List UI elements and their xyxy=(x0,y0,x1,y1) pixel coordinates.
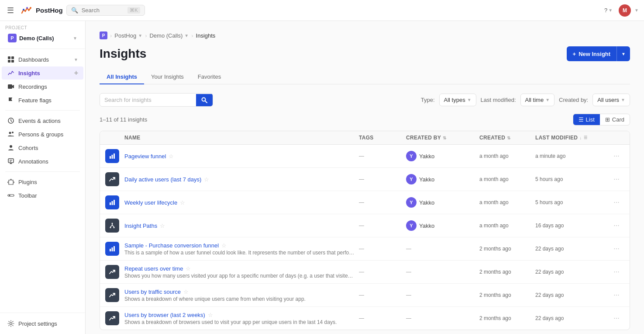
table-row[interactable]: Daily active users (last 7 days) ☆ — YYa… xyxy=(100,168,630,191)
row-created-by-cell: YYakko xyxy=(406,220,476,231)
tab-your-insights[interactable]: Your Insights xyxy=(144,70,191,84)
row-avatar: Y xyxy=(406,197,417,208)
row-more-button[interactable]: ··· xyxy=(609,314,624,322)
page-header: Insights + New Insight ▼ xyxy=(100,46,630,61)
row-star-icon[interactable]: ☆ xyxy=(208,312,213,318)
table-header-tags[interactable]: TAGS xyxy=(359,135,403,141)
row-more-button[interactable]: ··· xyxy=(609,152,624,160)
insights-search-button[interactable] xyxy=(196,94,213,106)
insights-add-icon[interactable]: + xyxy=(74,69,78,77)
table-header-last-modified[interactable]: LAST MODIFIED ↓ ☰ xyxy=(535,135,605,141)
new-insight-button[interactable]: + New Insight ▼ xyxy=(567,46,630,61)
svg-rect-19 xyxy=(110,156,111,159)
sidebar-item-plugins-label: Plugins xyxy=(18,179,78,185)
row-name-link[interactable]: Weekly user lifecycle xyxy=(124,199,177,206)
sidebar-item-toolbar[interactable]: Toolbar xyxy=(2,189,83,202)
sidebar-item-dashboards[interactable]: Dashboards ▼ xyxy=(2,53,83,66)
table-header-name[interactable]: NAME xyxy=(124,135,355,141)
table-header-last-modified-label: LAST MODIFIED xyxy=(535,135,578,141)
row-star-icon[interactable]: ☆ xyxy=(160,223,165,229)
row-more-button[interactable]: ··· xyxy=(609,175,624,183)
tab-favorites[interactable]: Favorites xyxy=(191,70,228,84)
row-name-col: Insight Paths ☆ xyxy=(124,223,355,229)
global-search[interactable]: 🔍 Search ⌘K xyxy=(66,5,145,16)
row-star-icon[interactable]: ☆ xyxy=(169,153,174,160)
sidebar-item-insights-label: Insights xyxy=(18,70,71,77)
type-filter-select[interactable]: All types ▼ xyxy=(439,94,476,106)
created-by-filter-value: All users xyxy=(597,97,619,103)
row-type-icon xyxy=(105,311,119,325)
sidebar-divider-1 xyxy=(5,110,80,111)
row-more-button[interactable]: ··· xyxy=(609,222,624,230)
row-name-link[interactable]: Pageview funnel xyxy=(124,153,166,160)
row-name-link[interactable]: Users by browser (last 2 weeks) xyxy=(124,312,205,318)
new-insight-main-action[interactable]: + New Insight xyxy=(567,47,617,61)
hamburger-menu[interactable]: ☰ xyxy=(5,4,16,17)
user-avatar[interactable]: M xyxy=(619,4,631,17)
svg-rect-5 xyxy=(11,56,14,59)
row-star-icon[interactable]: ☆ xyxy=(204,176,209,183)
help-button[interactable]: ? ▼ xyxy=(602,5,615,15)
sidebar-item-recordings[interactable]: Recordings xyxy=(2,80,83,93)
row-name-col: Sample - Purchase conversion funnel ☆ Th… xyxy=(124,242,355,256)
logo[interactable]: PostHog xyxy=(19,3,63,17)
row-last-modified-time: 22 days ago xyxy=(535,269,605,275)
new-insight-arrow-icon: ▼ xyxy=(621,52,626,56)
table-row[interactable]: Users by browser (last 2 weeks) ☆ Shows … xyxy=(100,307,630,330)
table-row[interactable]: Weekly user lifecycle ☆ — YYakko a month… xyxy=(100,191,630,214)
row-created-time: a month ago xyxy=(479,199,532,205)
row-created-by-cell: — xyxy=(406,292,476,298)
table-header-created[interactable]: CREATED ⇅ xyxy=(479,135,532,141)
row-name-link[interactable]: Insight Paths xyxy=(124,223,157,229)
table-row[interactable]: Pageview funnel ☆ — YYakko a month ago a… xyxy=(100,145,630,168)
row-star-icon[interactable]: ☆ xyxy=(180,199,185,206)
row-tags: — xyxy=(359,223,403,229)
sidebar-item-plugins[interactable]: Plugins xyxy=(2,175,83,188)
created-by-filter-select[interactable]: All users ▼ xyxy=(592,94,630,106)
row-star-icon[interactable]: ☆ xyxy=(221,242,227,249)
new-insight-dropdown-trigger[interactable]: ▼ xyxy=(617,48,630,60)
sidebar-item-project-settings[interactable]: Project settings xyxy=(2,317,83,330)
last-modified-filter-select[interactable]: All time ▼ xyxy=(520,94,555,106)
tab-all-insights[interactable]: All Insights xyxy=(100,70,144,84)
row-more-button[interactable]: ··· xyxy=(609,198,624,206)
breadcrumb-posthog[interactable]: PostHog ▼ xyxy=(114,32,142,39)
created-by-sort-icon: ⇅ xyxy=(443,136,446,140)
row-name-link[interactable]: Daily active users (last 7 days) xyxy=(124,176,201,183)
row-more-button[interactable]: ··· xyxy=(609,245,624,253)
sidebar-item-cohorts[interactable]: Cohorts xyxy=(2,141,83,154)
sidebar: PROJECT P Demo (Calls) ▼ Dashboards ▼ xyxy=(0,21,86,334)
breadcrumb-sep-1: › xyxy=(110,32,112,39)
row-name-link[interactable]: Repeat users over time xyxy=(124,265,183,272)
sidebar-nav: Dashboards ▼ Insights + Recordings xyxy=(0,49,85,313)
row-description: Shows a breakdown of where unique users … xyxy=(124,296,355,302)
row-last-modified-time: 5 hours ago xyxy=(535,199,605,205)
created-by-chevron-icon: ▼ xyxy=(621,97,625,102)
row-created-by: Yakko xyxy=(419,153,434,160)
row-name-link[interactable]: Users by traffic source xyxy=(124,289,181,295)
table-row[interactable]: Insight Paths ☆ — YYakko a month ago 16 … xyxy=(100,214,630,237)
table-row[interactable]: Users by traffic source ☆ Shows a breakd… xyxy=(100,284,630,307)
sidebar-item-insights[interactable]: Insights + xyxy=(2,66,83,80)
sidebar-project: PROJECT P Demo (Calls) ▼ xyxy=(0,21,85,49)
table-row[interactable]: Sample - Purchase conversion funnel ☆ Th… xyxy=(100,237,630,261)
row-star-icon[interactable]: ☆ xyxy=(186,265,191,272)
sidebar-item-annotations[interactable]: Annotations xyxy=(2,155,83,168)
table-row[interactable]: Repeat users over time ☆ Shows you how m… xyxy=(100,261,630,284)
sidebar-item-feature-flags[interactable]: Feature flags xyxy=(2,94,83,107)
sidebar-item-events-actions[interactable]: Events & actions xyxy=(2,114,83,127)
row-name-link[interactable]: Sample - Purchase conversion funnel xyxy=(124,242,219,249)
breadcrumb-project-badge[interactable]: P xyxy=(100,31,107,39)
row-more-button[interactable]: ··· xyxy=(609,268,624,276)
row-star-icon[interactable]: ☆ xyxy=(183,289,189,295)
list-view-button[interactable]: ☰ List xyxy=(573,114,600,125)
card-view-button[interactable]: ⊞ Card xyxy=(600,114,630,125)
insights-search-input[interactable] xyxy=(100,94,196,106)
sidebar-item-persons-groups[interactable]: Persons & groups xyxy=(2,128,83,141)
breadcrumb-demo-calls[interactable]: Demo (Calls) ▼ xyxy=(149,32,189,39)
row-more-button[interactable]: ··· xyxy=(609,291,624,299)
project-name-text: Demo (Calls) xyxy=(19,35,54,42)
row-created-time: a month ago xyxy=(479,223,532,229)
project-name-button[interactable]: P Demo (Calls) ▼ xyxy=(5,32,80,44)
table-header-created-by[interactable]: CREATED BY ⇅ xyxy=(406,135,476,141)
